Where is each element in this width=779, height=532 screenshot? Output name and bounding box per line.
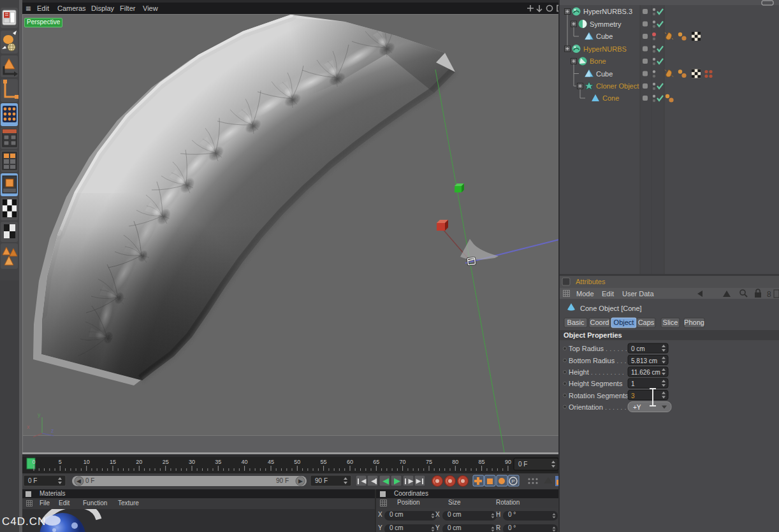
svg-text:90 F: 90 F (315, 477, 328, 484)
svg-text:Bottom Radius . . .: Bottom Radius . . . (569, 357, 626, 364)
svg-text:Symmetry: Symmetry (590, 20, 622, 28)
svg-text:Edit: Edit (602, 290, 614, 298)
svg-text:P: P (511, 478, 514, 484)
svg-text:Slice: Slice (663, 319, 678, 326)
svg-text:80: 80 (452, 459, 458, 465)
svg-text:Bone: Bone (590, 57, 606, 65)
svg-text:70: 70 (400, 459, 406, 465)
svg-text:Height . . . . . . . . .: Height . . . . . . . . . (569, 368, 624, 376)
svg-text:x: x (27, 424, 30, 430)
svg-text:30: 30 (189, 459, 195, 465)
svg-text:Orientation . . . . . .: Orientation . . . . . . (569, 403, 627, 411)
svg-text:0 cm: 0 cm (631, 345, 645, 352)
svg-text:15: 15 (110, 459, 116, 465)
svg-text:HyperNURBS: HyperNURBS (583, 45, 627, 53)
svg-text:35: 35 (215, 459, 221, 465)
svg-text:90: 90 (505, 459, 511, 465)
svg-text:Basic: Basic (567, 319, 585, 326)
svg-text:40: 40 (242, 459, 248, 465)
svg-text:Cube: Cube (596, 32, 613, 40)
svg-text:+Y: +Y (633, 404, 641, 411)
svg-text:10: 10 (84, 459, 90, 465)
svg-text:Cube: Cube (596, 70, 613, 78)
svg-text:75: 75 (426, 459, 432, 465)
svg-text:0: 0 (32, 459, 35, 465)
svg-text:45: 45 (268, 459, 274, 465)
svg-text:0 F: 0 F (85, 477, 94, 484)
svg-text:90 F: 90 F (276, 477, 289, 484)
svg-text:Attributes: Attributes (576, 278, 606, 285)
svg-text:8: 8 (767, 290, 771, 299)
svg-text:y: y (38, 412, 41, 418)
svg-text:20: 20 (136, 459, 142, 465)
svg-text:Mode: Mode (576, 290, 594, 298)
svg-text:Phong: Phong (684, 319, 704, 326)
svg-text:Height Segments: Height Segments (569, 380, 623, 387)
svg-text:5: 5 (59, 459, 62, 465)
svg-text:Coord: Coord (590, 319, 609, 326)
svg-text:User Data: User Data (622, 290, 654, 298)
svg-text:Caps: Caps (638, 319, 655, 326)
svg-text:Object: Object (614, 319, 634, 326)
svg-text:25: 25 (163, 459, 169, 465)
svg-text:85: 85 (479, 459, 485, 465)
svg-text:65: 65 (373, 459, 379, 465)
svg-text:Cloner Object: Cloner Object (596, 82, 639, 90)
svg-text:0 F: 0 F (518, 461, 527, 468)
svg-text:3: 3 (631, 392, 635, 399)
svg-text:z: z (51, 428, 54, 434)
svg-text:▶: ▶ (298, 478, 303, 484)
svg-text:1: 1 (631, 380, 635, 387)
svg-text:0 F: 0 F (28, 477, 37, 484)
svg-text:60: 60 (347, 459, 353, 465)
svg-text:50: 50 (294, 459, 300, 465)
svg-text:11.626 cm: 11.626 cm (631, 369, 660, 376)
svg-text:5.813 cm: 5.813 cm (631, 357, 657, 364)
svg-text:Cone: Cone (602, 94, 619, 102)
svg-text:HyperNURBS.3: HyperNURBS.3 (583, 8, 632, 15)
svg-text:Cone Object [Cone]: Cone Object [Cone] (580, 305, 642, 312)
svg-text:Rotation Segments: Rotation Segments (569, 392, 629, 399)
svg-text:Object Properties: Object Properties (564, 331, 622, 339)
svg-text:55: 55 (321, 459, 327, 465)
svg-text:◀: ◀ (76, 478, 81, 484)
svg-text:Top Radius . . . . . .: Top Radius . . . . . . (569, 345, 627, 352)
